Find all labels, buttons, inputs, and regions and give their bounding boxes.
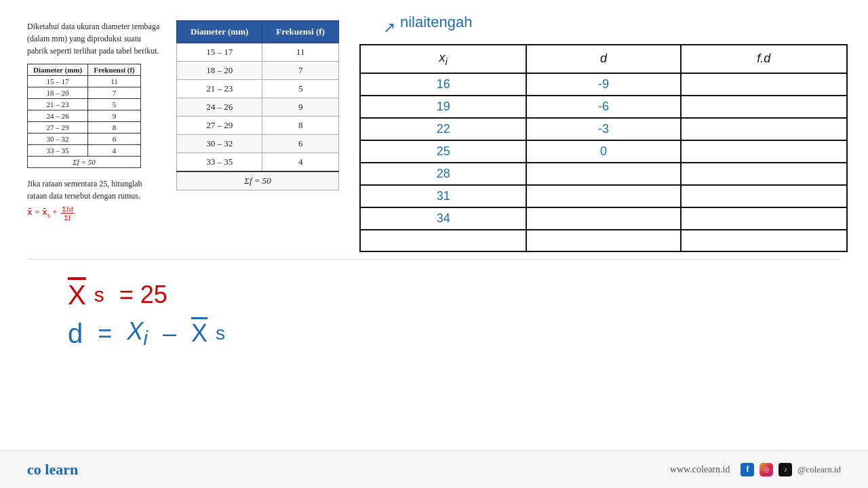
small-table-container: Diameter (mm) Frekuensi (f) 15 – 171118 … — [27, 64, 163, 168]
data-table-row: 18 – 207 — [177, 62, 339, 80]
problem-question: Jika rataan sementara 25, hitunglah rata… — [27, 178, 163, 202]
hw-table-row: 16-9 — [360, 73, 847, 96]
d-minus: – — [156, 319, 183, 348]
small-table-row: 27 – 298 — [28, 122, 141, 134]
small-table-row: 18 – 207 — [28, 87, 141, 99]
hw-header-xi: xi — [360, 45, 526, 73]
hw-table-row: 28 — [360, 163, 847, 185]
small-table-row: 24 – 269 — [28, 110, 141, 122]
hw-table-row: 31 — [360, 185, 847, 207]
xs-equation: X s = 25 — [68, 279, 800, 311]
nilaitengah-label: nilaitengah — [400, 14, 472, 31]
data-table-row: 21 – 235 — [177, 80, 339, 98]
small-table-sum: Σf = 50 — [28, 157, 141, 168]
instagram-icon: ◎ — [760, 463, 773, 476]
hw-table: xi d f.d 16-919-622-3250283134 — [359, 44, 848, 252]
data-table: Diameter (mm) Frekuensi (f) 15 – 171118 … — [176, 20, 339, 190]
nilaitengah-arrow: ↗ — [383, 19, 395, 37]
data-table-row: 33 – 354 — [177, 153, 339, 172]
hw-table-row: 19-6 — [360, 96, 847, 118]
footer-logo-text: co learn — [27, 461, 78, 478]
d-xs-overline: X — [191, 319, 208, 348]
footer: co learn www.colearn.id f ◎ ♪ @colearn.i… — [0, 450, 868, 488]
d-xi: Xi — [127, 317, 148, 350]
hw-table-wrapper: ↗ nilaitengah xi d f.d 16-919-622-325028… — [353, 20, 841, 252]
content-divider-1 — [27, 259, 841, 260]
tiktok-icon: ♪ — [778, 463, 792, 476]
footer-right: www.colearn.id f ◎ ♪ @colearn.id — [670, 463, 841, 476]
hw-table-extra-row — [360, 230, 847, 251]
small-table-header-diameter: Diameter (mm) — [28, 64, 88, 76]
data-table-row: 24 – 269 — [177, 98, 339, 117]
data-table-row: 30 – 326 — [177, 135, 339, 153]
footer-logo: co learn — [27, 461, 78, 479]
small-table-row: 30 – 326 — [28, 134, 141, 145]
small-table-row: 15 – 1711 — [28, 76, 141, 87]
left-panel: Diketahui data ukuran diameter tembaga (… — [27, 20, 163, 222]
xs-equals: = 25 — [113, 280, 167, 309]
top-section: Diketahui data ukuran diameter tembaga (… — [27, 20, 841, 252]
small-table-row: 21 – 235 — [28, 99, 141, 110]
data-table-row: 15 – 1711 — [177, 43, 339, 62]
formula-text: x̄ = x̄s + Σfd Σf — [27, 205, 75, 222]
small-table: Diameter (mm) Frekuensi (f) 15 – 171118 … — [27, 64, 141, 168]
hw-table-row: 22-3 — [360, 118, 847, 140]
xs-subscript: s — [94, 283, 104, 307]
footer-social: f ◎ ♪ @colearn.id — [741, 463, 841, 476]
formula-line: x̄ = x̄s + Σfd Σf — [27, 205, 163, 222]
small-table-header-frekuensi: Frekuensi (f) — [88, 64, 141, 76]
data-table-sum: Σf = 50 — [177, 171, 339, 190]
d-equals: = — [91, 319, 119, 348]
d-equation: d = Xi – X s — [68, 317, 800, 350]
facebook-icon: f — [741, 463, 754, 476]
question-text-block: Jika rataan sementara 25, hitunglah rata… — [27, 178, 163, 222]
hw-table-row: 250 — [360, 140, 847, 163]
social-handle: @colearn.id — [797, 464, 841, 475]
d-var: d — [68, 317, 83, 350]
footer-url: www.colearn.id — [670, 464, 730, 475]
data-table-header-frekuensi: Frekuensi (f) — [262, 21, 339, 43]
d-xs-sub: s — [216, 322, 225, 345]
problem-description: Diketahui data ukuran diameter tembaga (… — [27, 20, 163, 57]
small-table-row: 33 – 354 — [28, 145, 141, 157]
main-content: Diketahui data ukuran diameter tembaga (… — [0, 0, 868, 450]
data-table-row: 27 – 298 — [177, 117, 339, 135]
data-table-container: Diameter (mm) Frekuensi (f) 15 – 171118 … — [176, 20, 339, 190]
hw-header-d: d — [526, 45, 680, 73]
bottom-section: X s = 25 d = Xi – X s — [27, 272, 841, 357]
hw-header-fd: f.d — [681, 45, 847, 73]
hw-table-row: 34 — [360, 207, 847, 230]
data-table-header-diameter: Diameter (mm) — [177, 21, 262, 43]
xs-x-overline: X — [68, 279, 86, 311]
